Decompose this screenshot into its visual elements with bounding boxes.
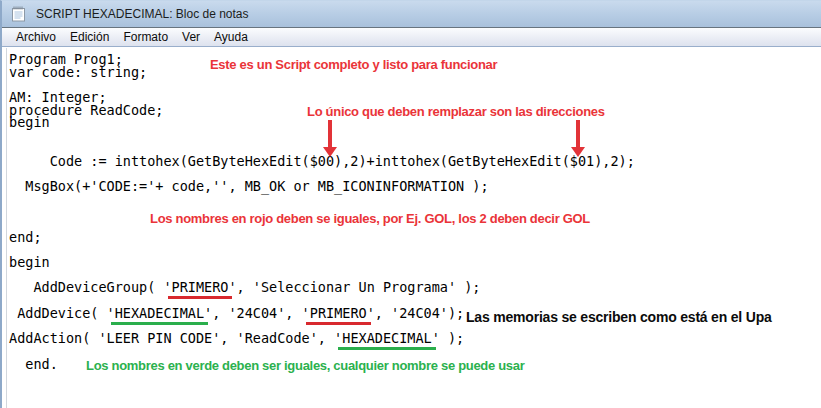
code-line: end.: [9, 358, 821, 371]
menu-ayuda[interactable]: Ayuda: [207, 29, 255, 45]
code-line: begin: [9, 116, 821, 129]
code-line: MsgBox(+'CODE:='+ code,'', MB_OK or MB_I…: [9, 180, 821, 193]
code-content: Program Prog1;var code: string; AM: Inte…: [2, 53, 821, 370]
red-underlined-text: PRIMERO: [168, 279, 233, 299]
code-line: [9, 218, 821, 231]
code-line: begin: [9, 256, 821, 269]
green-underlined-text: HEXADECIMAL: [338, 330, 435, 350]
green-underlined-text: HEXADECIMAL: [111, 305, 208, 325]
text-area[interactable]: Program Prog1;var code: string; AM: Inte…: [2, 48, 821, 408]
notepad-icon: [10, 5, 28, 23]
code-line: var code: string;: [9, 66, 821, 79]
code-line: AddAction( 'LEER PIN CODE', 'ReadCode', …: [9, 332, 821, 345]
code-line: [9, 78, 821, 91]
code-line: [9, 129, 821, 142]
menu-edicion[interactable]: Edición: [63, 29, 116, 45]
code-line: [9, 205, 821, 218]
code-line: procedure ReadCode;: [9, 104, 821, 117]
menu-archivo[interactable]: Archivo: [9, 29, 63, 45]
red-underlined-text: PRIMERO: [306, 305, 371, 325]
title-bar[interactable]: SCRIPT HEXADECIMAL: Bloc de notas: [2, 1, 821, 28]
menu-bar: Archivo Edición Formato Ver Ayuda: [2, 28, 821, 47]
code-line: [9, 243, 821, 256]
code-line: [9, 193, 821, 206]
code-line: AddDeviceGroup( 'PRIMERO', 'Seleccionar …: [9, 281, 821, 294]
notepad-window: SCRIPT HEXADECIMAL: Bloc de notas Archiv…: [0, 0, 821, 408]
code-line: end;: [9, 231, 821, 244]
code-line: Code := inttohex(GetByteHexEdit($00),2)+…: [9, 155, 821, 168]
window-title: SCRIPT HEXADECIMAL: Bloc de notas: [36, 7, 249, 21]
menu-formato[interactable]: Formato: [116, 29, 175, 45]
code-line: AddDevice( 'HEXADECIMAL', '24C04', 'PRIM…: [9, 307, 821, 320]
menu-ver[interactable]: Ver: [175, 29, 207, 45]
